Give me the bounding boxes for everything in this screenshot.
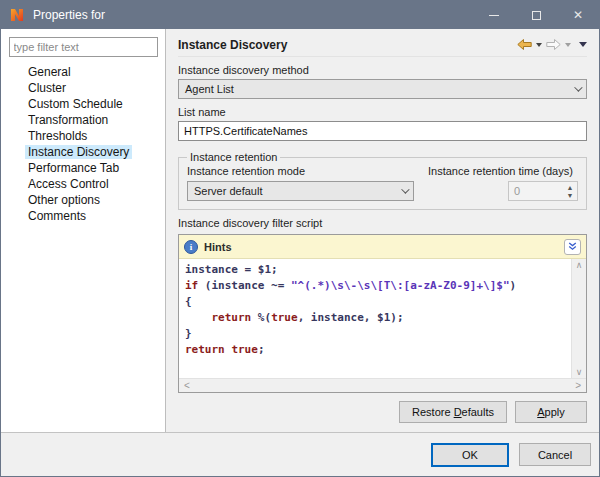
close-button[interactable]: ✕ xyxy=(557,1,599,29)
filter-script-editor: i Hints instance = $1;if (instance ~= "^… xyxy=(178,234,587,393)
list-name-label: List name xyxy=(178,106,587,118)
sidebar: GeneralClusterCustom ScheduleTransformat… xyxy=(1,29,166,432)
retention-time-spinner[interactable]: 0 ▲ ▼ xyxy=(508,181,578,201)
sidebar-item-thresholds[interactable]: Thresholds xyxy=(1,128,165,144)
chevron-down-icon xyxy=(574,83,582,91)
retention-mode-value: Server default xyxy=(194,185,262,197)
back-button[interactable] xyxy=(517,39,532,50)
sidebar-item-cluster[interactable]: Cluster xyxy=(1,80,165,96)
sidebar-item-access-control[interactable]: Access Control xyxy=(1,176,165,192)
horizontal-scrollbar[interactable]: < > xyxy=(179,378,586,392)
sidebar-item-label: Performance Tab xyxy=(25,161,122,175)
scroll-up-icon[interactable]: ∧ xyxy=(576,260,583,270)
retention-time-label: Instance retention time (days) xyxy=(428,165,578,177)
double-chevron-down-icon xyxy=(568,242,577,251)
expand-hints-button[interactable] xyxy=(564,239,581,255)
code-line: instance = $1; xyxy=(185,262,565,278)
method-label: Instance discovery method xyxy=(178,64,587,76)
dialog-footer: OK Cancel xyxy=(1,432,599,476)
list-name-input[interactable]: HTTPS.CertificateNames xyxy=(178,121,587,141)
retention-time-value: 0 xyxy=(509,185,563,197)
sidebar-item-label: Instance Discovery xyxy=(25,145,132,159)
forward-history-dropdown-icon[interactable] xyxy=(565,43,571,47)
code-line: return true; xyxy=(185,342,565,358)
code-line: } xyxy=(185,326,565,342)
close-icon: ✕ xyxy=(573,9,583,21)
scroll-left-icon[interactable]: < xyxy=(184,381,190,391)
sidebar-item-label: General xyxy=(25,65,74,79)
main-panel: Instance Discovery xyxy=(166,29,599,432)
sidebar-item-label: Other options xyxy=(25,193,103,207)
properties-dialog: Properties for ✕ GeneralClusterCustom Sc… xyxy=(0,0,600,477)
sidebar-item-comments[interactable]: Comments xyxy=(1,208,165,224)
sidebar-item-label: Transformation xyxy=(25,113,111,127)
chevron-down-icon xyxy=(401,185,409,193)
filter-script-label: Instance discovery filter script xyxy=(178,217,587,229)
back-arrow-icon xyxy=(517,39,532,50)
sidebar-item-label: Access Control xyxy=(25,177,112,191)
code-line: if (instance ~= "^(.*)\s\-\s\[T\:[a-zA-Z… xyxy=(185,278,565,294)
sidebar-item-label: Custom Schedule xyxy=(25,97,126,111)
info-icon: i xyxy=(184,240,198,254)
maximize-button[interactable] xyxy=(515,1,557,29)
navigation-toolbar xyxy=(517,39,587,50)
forward-button[interactable] xyxy=(546,39,561,50)
retention-group: Instance retention Instance retention mo… xyxy=(178,151,587,210)
method-value: Agent List xyxy=(185,83,234,95)
retention-mode-label: Instance retention mode xyxy=(187,165,414,177)
window-title: Properties for xyxy=(33,8,105,22)
hints-banner[interactable]: i Hints xyxy=(179,235,586,259)
sidebar-item-custom-schedule[interactable]: Custom Schedule xyxy=(1,96,165,112)
code-editor-content[interactable]: instance = $1;if (instance ~= "^(.*)\s\-… xyxy=(179,259,571,378)
dialog-body: GeneralClusterCustom ScheduleTransformat… xyxy=(1,29,599,432)
retention-group-title: Instance retention xyxy=(187,151,280,163)
hints-label: Hints xyxy=(204,241,232,253)
titlebar[interactable]: Properties for ✕ xyxy=(1,1,599,29)
ok-button[interactable]: OK xyxy=(431,443,509,467)
restore-defaults-button[interactable]: Restore Defaults xyxy=(399,401,507,423)
sidebar-list: GeneralClusterCustom ScheduleTransformat… xyxy=(1,64,165,224)
list-name-value: HTTPS.CertificateNames xyxy=(184,125,307,137)
back-history-dropdown-icon[interactable] xyxy=(536,43,542,47)
cancel-button[interactable]: Cancel xyxy=(519,443,591,466)
minimize-button[interactable] xyxy=(473,1,515,29)
page-header: Instance Discovery xyxy=(178,37,587,57)
sidebar-item-instance-discovery[interactable]: Instance Discovery xyxy=(1,144,165,160)
page-title: Instance Discovery xyxy=(178,38,287,52)
sidebar-item-label: Comments xyxy=(25,209,89,223)
apply-button[interactable]: Apply xyxy=(515,401,587,423)
filter-input[interactable] xyxy=(9,37,158,57)
minimize-icon xyxy=(489,15,499,16)
page-buttons: Restore Defaults Apply xyxy=(178,393,587,432)
forward-arrow-icon xyxy=(546,39,561,50)
spinner-buttons[interactable]: ▲ ▼ xyxy=(563,183,577,199)
app-logo-icon xyxy=(9,7,25,23)
method-combobox[interactable]: Agent List xyxy=(178,79,587,99)
sidebar-item-label: Thresholds xyxy=(25,129,90,143)
sidebar-item-general[interactable]: General xyxy=(1,64,165,80)
sidebar-item-other-options[interactable]: Other options xyxy=(1,192,165,208)
sidebar-item-label: Cluster xyxy=(25,81,69,95)
window-controls: ✕ xyxy=(473,1,599,29)
sidebar-item-transformation[interactable]: Transformation xyxy=(1,112,165,128)
spinner-down-icon[interactable]: ▼ xyxy=(567,191,574,199)
scroll-down-icon[interactable]: ∨ xyxy=(576,367,583,377)
sidebar-item-performance-tab[interactable]: Performance Tab xyxy=(1,160,165,176)
retention-mode-combobox[interactable]: Server default xyxy=(187,181,414,201)
spinner-up-icon[interactable]: ▲ xyxy=(567,183,574,191)
code-line: return %(true, instance, $1); xyxy=(185,310,565,326)
maximize-icon xyxy=(532,11,541,20)
code-line: { xyxy=(185,294,565,310)
vertical-scrollbar[interactable]: ∧ ∨ xyxy=(571,259,586,378)
scroll-right-icon[interactable]: > xyxy=(575,381,581,391)
view-menu-icon[interactable] xyxy=(579,42,587,47)
